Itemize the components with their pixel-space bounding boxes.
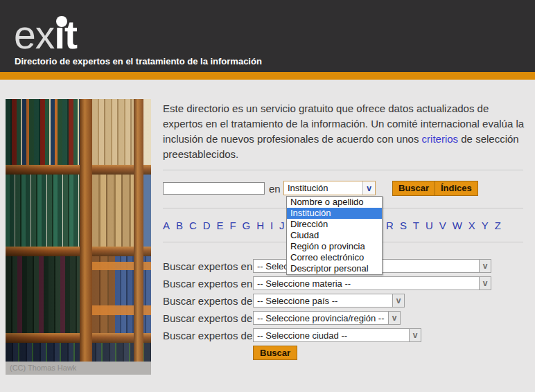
filter-select-value: -- Seleccione país -- [254,296,392,306]
alphabet-letter-j[interactable]: J [279,220,285,231]
alphabet-letter-e[interactable]: E [216,220,223,231]
logo-i-dot [56,16,67,27]
filter-label: Buscar expertos de [163,312,252,324]
chevron-down-icon[interactable]: v [479,277,491,289]
alphabet-letter-w[interactable]: W [453,220,462,231]
alphabet-letter-b[interactable]: B [176,220,183,231]
alphabet-letter-x[interactable]: X [468,220,475,231]
dropdown-option-correo[interactable]: Correo electrónico [287,252,382,263]
library-photo [6,99,151,362]
alphabet-letter-h[interactable]: H [256,220,264,231]
filter-row: Buscar expertos de -- Seleccione ciudad … [163,328,523,343]
photo-shade [6,99,151,362]
filter-label: Buscar expertos de [163,330,252,341]
dropdown-option-nombre[interactable]: Nombre o apellido [287,197,382,208]
criterios-link[interactable]: criterios [422,133,459,145]
dropdown-option-direccion[interactable]: Dirección [287,219,382,230]
indices-button[interactable]: Índices [435,181,478,196]
dropdown-option-institucion[interactable]: Institución [287,208,382,219]
accent-bar [0,72,535,80]
header-tagline: Directorio de expertos en el tratamiento… [15,56,262,66]
filter-select-provincia[interactable]: -- Seleccione provincia/región -- v [253,311,401,325]
field-dropdown-list: Nombre o apellido Institución Dirección … [286,196,383,275]
photo-credit: (CC) Thomas Hawk [6,362,151,375]
alphabet-letter-i[interactable]: I [270,220,273,231]
chevron-down-icon[interactable]: v [479,260,491,272]
chevron-down-icon[interactable]: v [392,294,404,307]
filter-select-pais[interactable]: -- Seleccione país -- v [253,294,405,308]
filter-select-materia[interactable]: -- Seleccione materia -- v [253,276,491,290]
filter-select-value: -- Seleccione ciudad -- [254,330,409,341]
alphabet-letter-g[interactable]: G [243,220,251,231]
filter-row: Buscar expertos en -- Seleccione materia… [163,276,523,291]
filter-row: Buscar expertos de -- Seleccione país --… [163,294,523,308]
buscar-button[interactable]: Buscar [392,181,435,196]
filter-select-value: -- Seleccione materia -- [254,278,479,289]
alphabet-letter-r[interactable]: R [386,220,394,231]
alphabet-letter-f[interactable]: F [229,220,236,231]
alphabet-letter-v[interactable]: V [439,220,446,231]
dropdown-option-descriptor[interactable]: Descriptor personal [287,263,382,274]
logo-ex: ex [14,12,54,57]
dropdown-option-region[interactable]: Región o provincia [287,241,382,252]
filter-label: Buscar expertos de [163,295,252,307]
filter-label: Buscar expertos en [163,278,252,289]
filter-select-value: -- Seleccione provincia/región -- [254,313,388,323]
dropdown-option-ciudad[interactable]: Ciudad [287,230,382,241]
search-field-select[interactable]: Institución v [283,181,376,195]
exit-logo: exıt [14,15,77,55]
divider [163,170,523,170]
alphabet-letter-a[interactable]: A [163,220,170,231]
filter-select-ciudad[interactable]: -- Seleccione ciudad -- v [253,328,421,342]
filter-label: Buscar expertos en [163,260,252,272]
intro-paragraph: Este directorio es un servicio gratuito … [163,101,526,162]
submit-buscar-button[interactable]: Buscar [253,346,297,360]
alphabet-letter-d[interactable]: D [203,220,211,231]
filter-row: Buscar expertos de -- Seleccione provinc… [163,311,523,326]
alphabet-letter-y[interactable]: Y [482,220,489,231]
alphabet-letter-t[interactable]: T [413,220,419,231]
search-connector-label: en [269,183,281,195]
search-input[interactable] [163,182,265,195]
alphabet-letter-z[interactable]: Z [495,220,501,231]
chevron-down-icon[interactable]: v [409,329,421,341]
chevron-down-icon[interactable]: v [362,181,375,195]
header: exıt Directorio de expertos en el tratam… [0,0,535,72]
alphabet-letter-s[interactable]: S [400,220,407,231]
alphabet-letter-u[interactable]: U [426,220,433,231]
page: exıt Directorio de expertos en el tratam… [0,0,535,392]
chevron-down-icon[interactable]: v [388,312,400,324]
alphabet-letter-c[interactable]: C [189,220,197,231]
search-field-value: Institución [284,183,362,193]
